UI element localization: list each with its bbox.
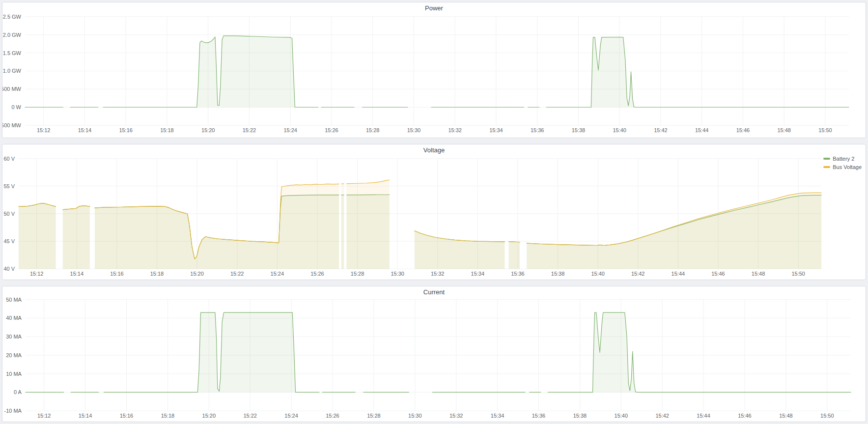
x-tick-label: 15:32 [448,127,461,133]
bus-voltage-area [509,242,520,269]
power-chart-svg[interactable]: 2.5 GW2.0 GW1.5 GW1.0 GW500 MW0 W-500 MW… [2,2,866,138]
y-tick-label: 2.5 GW [3,14,22,20]
bus-voltage-area [341,184,344,269]
x-tick-label: 15:20 [201,127,215,133]
legend-item-battery-2[interactable]: Battery 2 [823,155,862,162]
x-tick-label: 15:22 [243,413,256,419]
y-tick-label: 500 MW [2,86,22,92]
x-tick-label: 15:12 [30,271,43,277]
x-tick-label: 15:42 [631,271,644,277]
panel-title-text: Power [425,4,443,12]
voltage-panel-title[interactable]: Voltage [2,144,866,155]
x-tick-label: 15:40 [591,271,604,277]
x-tick-label: 15:28 [366,127,379,133]
voltage-chart[interactable]: 60 V55 V50 V45 V40 V15:1215:1415:1615:18… [2,144,866,280]
voltage-chart-svg[interactable]: 60 V55 V50 V45 V40 V15:1215:1415:1615:18… [2,144,866,280]
x-tick-label: 15:50 [791,271,805,277]
x-tick-label: 15:12 [37,413,51,419]
x-tick-label: 15:38 [573,413,587,419]
x-tick-label: 15:24 [283,127,297,133]
voltage-legend: Battery 2Bus Voltage [823,155,862,170]
y-tick-label: 30 MA [6,334,22,339]
legend-item-bus-voltage[interactable]: Bus Voltage [823,164,862,170]
x-tick-label: 15:26 [326,413,339,419]
current-chart[interactable]: 50 MA40 MA30 MA20 MA10 MA0 A-10 MA15:121… [2,286,866,422]
x-tick-label: 15:44 [695,127,708,133]
y-tick-label: 10 MA [6,371,22,377]
x-tick-label: 15:50 [818,127,832,133]
x-tick-label: 15:26 [325,127,338,133]
bus-voltage-area [527,193,821,269]
x-tick-label: 15:14 [79,413,92,419]
dashboard: Power 2.5 GW2.0 GW1.5 GW1.0 GW500 MW0 W-… [0,0,868,424]
x-tick-label: 15:32 [431,271,444,277]
x-tick-label: 15:18 [150,271,164,277]
y-tick-label: 45 V [3,238,15,244]
y-tick-label: 1.5 GW [3,50,22,56]
x-tick-label: 15:46 [711,271,725,277]
x-tick-label: 15:32 [449,413,463,419]
y-tick-label: 55 V [3,183,15,189]
x-tick-label: 15:38 [572,127,585,133]
current-panel: Current 50 MA40 MA30 MA20 MA10 MA0 A-10 … [2,286,866,422]
x-tick-label: 15:20 [202,413,216,419]
x-tick-label: 15:22 [243,127,256,133]
x-tick-label: 15:36 [532,413,545,419]
x-tick-label: 15:40 [615,413,628,419]
x-tick-label: 15:40 [613,127,626,133]
x-tick-label: 15:16 [120,413,133,419]
x-tick-label: 15:36 [511,271,524,277]
x-tick-label: 15:44 [697,413,710,419]
voltage-panel: Voltage 60 V55 V50 V45 V40 V15:1215:1415… [2,144,866,280]
y-tick-label: 2.0 GW [3,32,22,38]
x-tick-label: 15:24 [284,413,298,419]
bus-voltage-area [347,180,390,269]
bus-voltage-area [63,206,90,269]
y-tick-label: 50 MA [6,297,22,303]
legend-swatch-icon [823,158,830,160]
x-tick-label: 15:42 [655,413,669,419]
power-area [103,36,318,107]
x-tick-label: 15:48 [777,127,790,133]
y-tick-label: 0 A [14,389,22,395]
x-tick-label: 15:34 [491,413,504,419]
y-tick-label: 60 V [3,156,15,162]
x-tick-label: 15:38 [551,271,564,277]
x-tick-label: 15:48 [752,271,765,277]
y-tick-label: 40 MA [6,315,22,321]
x-tick-label: 15:34 [471,271,484,277]
x-tick-label: 15:16 [119,127,132,133]
y-tick-label: -10 MA [4,408,22,414]
x-tick-label: 15:46 [738,413,751,419]
x-tick-label: 15:28 [351,271,364,277]
current-chart-svg[interactable]: 50 MA40 MA30 MA20 MA10 MA0 A-10 MA15:121… [2,286,866,422]
power-panel: Power 2.5 GW2.0 GW1.5 GW1.0 GW500 MW0 W-… [2,2,866,138]
y-tick-label: 20 MA [6,352,22,358]
legend-label: Bus Voltage [833,164,862,170]
x-tick-label: 15:22 [230,271,244,277]
panel-title-text: Voltage [423,146,445,154]
y-tick-label: 1.0 GW [3,68,22,74]
x-tick-label: 15:30 [407,127,420,133]
x-tick-label: 15:18 [161,413,174,419]
power-panel-title[interactable]: Power [2,2,866,13]
x-tick-label: 15:48 [779,413,792,419]
x-tick-label: 15:42 [654,127,667,133]
bus-voltage-area [95,184,339,269]
x-tick-label: 15:18 [160,127,173,133]
x-tick-label: 15:30 [391,271,404,277]
x-tick-label: 15:44 [672,271,685,277]
x-tick-label: 15:12 [37,127,50,133]
bus-voltage-area [19,203,56,269]
x-tick-label: 15:50 [820,413,834,419]
x-tick-label: 15:24 [271,271,284,277]
x-tick-label: 15:28 [367,413,380,419]
x-tick-label: 15:46 [736,127,750,133]
current-panel-title[interactable]: Current [2,286,866,297]
y-tick-label: 50 V [3,211,15,217]
x-tick-label: 15:26 [310,271,324,277]
legend-swatch-icon [823,166,830,168]
power-chart[interactable]: 2.5 GW2.0 GW1.5 GW1.0 GW500 MW0 W-500 MW… [2,2,866,138]
bus-voltage-area [415,231,505,269]
legend-label: Battery 2 [833,155,854,162]
